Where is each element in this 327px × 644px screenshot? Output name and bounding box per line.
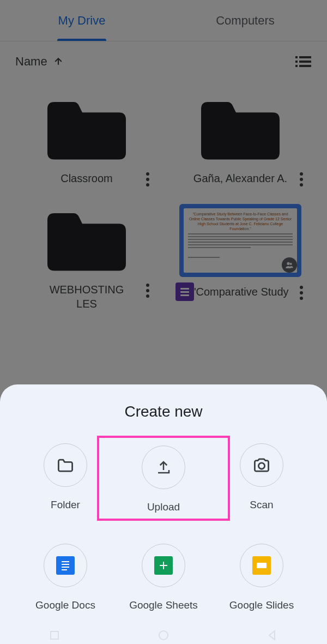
svg-point-10 (159, 631, 168, 640)
upload-icon (155, 459, 172, 476)
action-label: Folder (51, 499, 80, 511)
slides-icon (252, 556, 271, 575)
action-label: Google Slides (229, 599, 294, 611)
svg-rect-9 (51, 631, 58, 639)
folder-outline-icon (56, 458, 75, 473)
action-sheets[interactable]: Google Sheets (114, 544, 213, 611)
action-label: Scan (250, 499, 273, 511)
action-docs[interactable]: Google Docs (16, 544, 114, 611)
action-label: Upload (147, 501, 180, 513)
sheet-title: Create new (16, 403, 311, 420)
sheets-icon (154, 556, 173, 575)
docs-icon (56, 556, 75, 575)
android-nav (0, 630, 327, 641)
camera-icon (252, 458, 271, 473)
action-label: Google Docs (35, 599, 95, 611)
svg-point-8 (258, 463, 264, 469)
action-slides[interactable]: Google Slides (213, 544, 311, 611)
create-new-sheet: Create new Folder Upload Scan Google Doc… (0, 384, 327, 644)
action-label: Google Sheets (129, 599, 198, 611)
action-scan[interactable]: Scan (213, 443, 311, 515)
action-upload[interactable]: Upload (97, 436, 230, 521)
